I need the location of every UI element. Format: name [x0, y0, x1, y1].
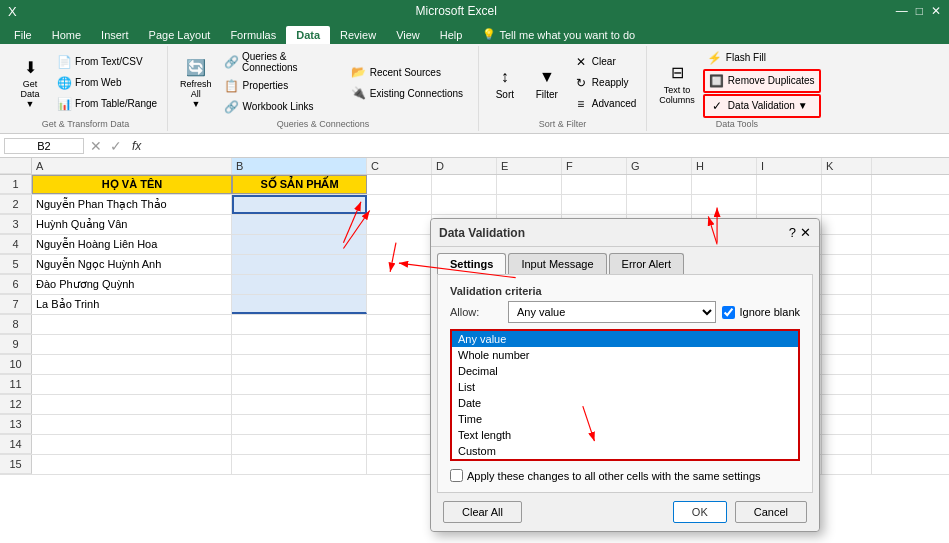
cell-b3[interactable] — [232, 215, 367, 234]
col-header-b[interactable]: B — [232, 158, 367, 174]
cell-c6[interactable] — [367, 275, 432, 294]
cell-c5[interactable] — [367, 255, 432, 274]
apply-changes-check[interactable]: Apply these changes to all other cells w… — [450, 469, 800, 482]
cell-i2[interactable] — [757, 195, 822, 214]
recent-sources-button[interactable]: 📂 Data Validation Recent Sources — [347, 62, 472, 82]
col-header-h[interactable]: H — [692, 158, 757, 174]
dropdown-item-text-length[interactable]: Text length — [452, 427, 798, 443]
cell-c4[interactable] — [367, 235, 432, 254]
cell-g1[interactable] — [627, 175, 692, 194]
col-header-f[interactable]: F — [562, 158, 627, 174]
cancel-button[interactable]: Cancel — [735, 501, 807, 523]
cell-h1[interactable] — [692, 175, 757, 194]
col-header-a[interactable]: A — [32, 158, 232, 174]
dialog-close-button[interactable]: ✕ — [800, 225, 811, 240]
cell-k6[interactable] — [822, 275, 872, 294]
dialog-tab-error-alert[interactable]: Error Alert — [609, 253, 685, 274]
cell-g2[interactable] — [627, 195, 692, 214]
cell-h2[interactable] — [692, 195, 757, 214]
cell-a1[interactable]: HỌ VÀ TÊN — [32, 175, 232, 194]
tab-help[interactable]: Help — [430, 26, 473, 44]
flash-fill-button[interactable]: ⚡ Flash Fill — [703, 48, 821, 68]
clear-all-button[interactable]: Clear All — [443, 501, 522, 523]
dropdown-item-decimal[interactable]: Decimal — [452, 363, 798, 379]
dialog-tab-settings[interactable]: Settings — [437, 253, 506, 274]
ignore-blank-check[interactable]: Ignore blank — [722, 306, 800, 319]
tab-insert[interactable]: Insert — [91, 26, 139, 44]
cell-a5[interactable]: Nguyễn Ngọc Huỳnh Anh — [32, 255, 232, 274]
close-button[interactable]: ✕ — [931, 4, 941, 18]
cell-b6[interactable] — [232, 275, 367, 294]
refresh-all-button[interactable]: 🔄 RefreshAll ▼ — [174, 53, 218, 113]
cell-f2[interactable] — [562, 195, 627, 214]
cell-c1[interactable] — [367, 175, 432, 194]
cell-k5[interactable] — [822, 255, 872, 274]
get-data-button[interactable]: ⬇ GetData ▼ — [10, 53, 50, 113]
dialog-tab-input-message[interactable]: Input Message — [508, 253, 606, 274]
cell-b2[interactable] — [232, 195, 367, 214]
tab-page-layout[interactable]: Page Layout — [139, 26, 221, 44]
tab-formulas[interactable]: Formulas — [220, 26, 286, 44]
existing-connections-button[interactable]: 🔌 Existing Connections — [347, 83, 472, 103]
function-wizard[interactable]: fx — [128, 139, 145, 153]
filter-button[interactable]: ▼ Filter — [527, 53, 567, 113]
dropdown-item-any-value[interactable]: Any value — [452, 331, 798, 347]
tab-review[interactable]: Review — [330, 26, 386, 44]
dropdown-item-date[interactable]: Date — [452, 395, 798, 411]
cell-k4[interactable] — [822, 235, 872, 254]
ok-button[interactable]: OK — [673, 501, 727, 523]
cell-b1[interactable]: SỐ SẢN PHẨM — [232, 175, 367, 194]
formula-confirm[interactable]: ✓ — [108, 138, 124, 154]
window-controls[interactable]: — □ ✕ — [896, 4, 941, 18]
formula-cancel[interactable]: ✕ — [88, 138, 104, 154]
from-text-csv-button[interactable]: 📄 From Text/CSV — [52, 52, 161, 72]
cell-a7[interactable]: La Bảo Trinh — [32, 295, 232, 314]
cell-k3[interactable] — [822, 215, 872, 234]
col-header-e[interactable]: E — [497, 158, 562, 174]
cell-a3[interactable]: Huỳnh Quảng Vân — [32, 215, 232, 234]
remove-duplicates-button[interactable]: 🔲 Remove Duplicates — [703, 69, 821, 93]
tab-view[interactable]: View — [386, 26, 430, 44]
col-header-c[interactable]: C — [367, 158, 432, 174]
cell-d1[interactable] — [432, 175, 497, 194]
cell-a6[interactable]: Đào Phương Quỳnh — [32, 275, 232, 294]
cell-i1[interactable] — [757, 175, 822, 194]
cell-e1[interactable] — [497, 175, 562, 194]
dropdown-item-whole-number[interactable]: Whole number — [452, 347, 798, 363]
cell-e2[interactable] — [497, 195, 562, 214]
reapply-button[interactable]: ↻ Reapply — [569, 73, 640, 93]
cell-b5[interactable] — [232, 255, 367, 274]
from-web-button[interactable]: 🌐 From Web — [52, 73, 161, 93]
text-to-columns-button[interactable]: ⊟ Text toColumns — [653, 53, 701, 113]
cell-d2[interactable] — [432, 195, 497, 214]
dropdown-item-custom[interactable]: Custom — [452, 443, 798, 459]
cell-c3[interactable] — [367, 215, 432, 234]
properties-button[interactable]: 📋 Properties — [220, 76, 345, 96]
cell-c7[interactable] — [367, 295, 432, 314]
col-header-g[interactable]: G — [627, 158, 692, 174]
col-header-k[interactable]: K — [822, 158, 872, 174]
cell-a2[interactable]: Nguyễn Phan Thạch Thảo — [32, 195, 232, 214]
advanced-button[interactable]: ≡ Advanced — [569, 94, 640, 114]
tab-file[interactable]: File — [4, 26, 42, 44]
cell-b7[interactable] — [232, 295, 367, 314]
tab-tell-me[interactable]: 💡 Tell me what you want to do — [472, 25, 645, 44]
cell-k1[interactable] — [822, 175, 872, 194]
sort-button[interactable]: ↕ Sort — [485, 53, 525, 113]
clear-button[interactable]: ✕ Clear — [569, 52, 640, 72]
tab-data[interactable]: Data — [286, 26, 330, 44]
maximize-button[interactable]: □ — [916, 4, 923, 18]
cell-b4[interactable] — [232, 235, 367, 254]
cell-f1[interactable] — [562, 175, 627, 194]
cell-k7[interactable] — [822, 295, 872, 314]
dropdown-item-list[interactable]: List — [452, 379, 798, 395]
dialog-help-button[interactable]: ? — [789, 225, 796, 240]
cell-a4[interactable]: Nguyễn Hoàng Liên Hoa — [32, 235, 232, 254]
tab-home[interactable]: Home — [42, 26, 91, 44]
cell-c2[interactable] — [367, 195, 432, 214]
workbook-links-button[interactable]: 🔗 Workbook Links — [220, 97, 345, 117]
name-box[interactable] — [4, 138, 84, 154]
col-header-i[interactable]: I — [757, 158, 822, 174]
minimize-button[interactable]: — — [896, 4, 908, 18]
col-header-d[interactable]: D — [432, 158, 497, 174]
